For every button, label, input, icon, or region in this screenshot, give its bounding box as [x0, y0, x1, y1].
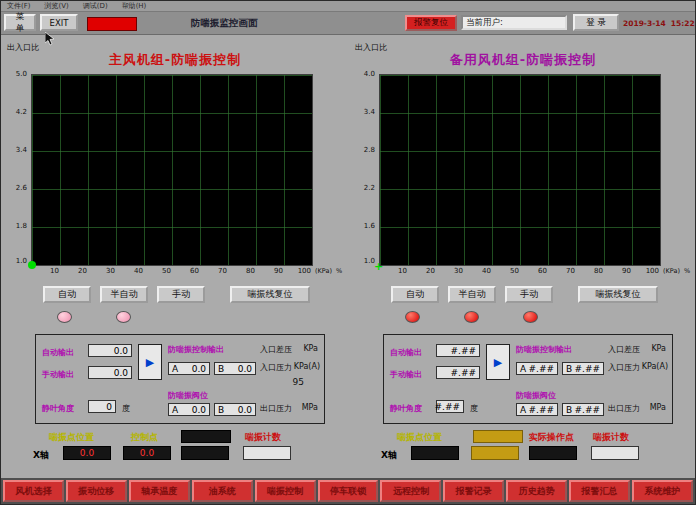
exit-button[interactable]: EXIT: [40, 14, 78, 31]
nav-fan-select[interactable]: 风机选择: [3, 480, 64, 502]
surge-line-reset-button[interactable]: 喘振线复位: [578, 286, 658, 303]
surge-ctrl-output-label: 防喘振控制输出: [168, 344, 224, 355]
vane-angle-value: 0: [88, 400, 116, 413]
manual-output-value: #.##: [436, 366, 480, 379]
output-b-label: B: [566, 364, 572, 374]
auto-button[interactable]: 自动: [43, 286, 91, 303]
x-axis-unit: (KPa): [663, 267, 680, 275]
switch-icon: ▶: [494, 357, 502, 368]
x-tick: 40: [463, 267, 491, 275]
auto-output-label: 自动输出: [42, 347, 74, 358]
nav-stop-interlock[interactable]: 停车联锁: [318, 480, 379, 502]
x-axis-label: X轴: [381, 449, 397, 462]
surge-point-value: [411, 446, 459, 460]
output-b-value: #.##: [575, 364, 600, 374]
inlet-pressure-unit: KPa(A): [294, 362, 320, 371]
vane-angle-unit: 度: [122, 403, 130, 414]
auto-led: [405, 311, 420, 323]
control-point-label: 控制点: [131, 431, 158, 444]
y-tick: 1.6: [355, 222, 375, 230]
output-a-box: A #.##: [516, 362, 558, 375]
mode-button-row: 自动 半自动 手动 喘振线复位: [391, 286, 658, 303]
surge-ctrl-output-label: 防喘振控制输出: [516, 344, 572, 355]
surge-count-value: [591, 446, 639, 460]
alarm-reset-button[interactable]: 报警复位: [405, 15, 457, 31]
login-button[interactable]: 登 录: [573, 14, 619, 31]
surge-point-label: 喘振点位置: [397, 431, 442, 444]
x-tick: 10: [379, 267, 407, 275]
nav-bearing-temp[interactable]: 轴承温度: [129, 480, 190, 502]
manual-output-label: 手动输出: [390, 369, 422, 380]
nav-system-maintain[interactable]: 系统维护: [632, 480, 693, 502]
vane-angle-unit: 度: [470, 403, 478, 414]
semi-auto-button[interactable]: 半自动: [448, 286, 496, 303]
bottom-nav: 风机选择 振动位移 轴承温度 油系统 喘振控制 停车联锁 远程控制 报警记录 历…: [1, 478, 695, 504]
x-tick: 30: [435, 267, 463, 275]
inlet-diff-unit: KPa: [651, 344, 666, 353]
menu-button[interactable]: 菜 单: [4, 14, 36, 31]
y-tick: 3.4: [355, 108, 375, 116]
x-tick: 20: [59, 267, 87, 275]
x-axis-ticks: 10 20 30 40 50 60 70 80 90 100 (KPa) %: [31, 267, 342, 275]
y-tick: 2.6: [7, 184, 27, 192]
vane-angle-label: 静叶角度: [390, 403, 422, 414]
outlet-pressure-label: 出口压力: [608, 403, 640, 414]
nav-vibration[interactable]: 振动位移: [66, 480, 127, 502]
manual-led: [523, 311, 538, 323]
valve-b-value: #.##: [575, 405, 600, 415]
menu-view[interactable]: 浏览(V): [45, 1, 69, 11]
valve-b-label: B: [218, 405, 224, 415]
output-a-box: A 0.0: [168, 362, 210, 375]
panel-backup-fan: 出入口比 备用风机组-防喘振控制 4.0 3.4 2.8 2.2 1.6 1.0…: [353, 34, 693, 479]
x-axis-label: X轴: [33, 449, 49, 462]
actual-operating-point-label: 实际操作点: [529, 431, 574, 444]
display-value: [471, 446, 519, 460]
output-a-value: 0.0: [192, 364, 206, 374]
nav-alarm-summary[interactable]: 报警汇总: [569, 480, 630, 502]
surge-line-reset-button[interactable]: 喘振线复位: [230, 286, 310, 303]
menu-debug[interactable]: 调试(D): [83, 1, 108, 11]
panel-main-fan: 出入口比 主风机组-防喘振控制 5.0 4.2 3.4 2.6 1.8 1.0 …: [5, 34, 345, 479]
mode-button-row: 自动 半自动 手动 喘振线复位: [43, 286, 310, 303]
valve-a-box: A 0.0: [168, 403, 210, 416]
inlet-diff-label: 入口差压: [260, 344, 292, 355]
y-tick: 5.0: [7, 70, 27, 78]
control-point-value: 0.0: [123, 446, 171, 460]
y-tick: 1.8: [7, 222, 27, 230]
valve-a-label: A: [520, 405, 526, 415]
current-user-field[interactable]: 当前用户:: [461, 15, 567, 30]
display-value: [181, 446, 229, 460]
inlet-diff-unit: KPa: [303, 344, 318, 353]
x-tick: 70: [199, 267, 227, 275]
y-tick: 4.0: [355, 70, 375, 78]
nav-history-trend[interactable]: 历史趋势: [506, 480, 567, 502]
valve-b-box: B 0.0: [214, 403, 256, 416]
window-menubar: 文件(F) 浏览(V) 调试(D) 帮助(H): [1, 1, 695, 12]
x-tick: 40: [115, 267, 143, 275]
menu-help[interactable]: 帮助(H): [122, 1, 147, 11]
current-user-label: 当前用户:: [466, 17, 503, 29]
surge-point-value: 0.0: [63, 446, 111, 460]
valve-b-box: B #.##: [562, 403, 604, 416]
trend-chart: [31, 74, 313, 266]
menu-file[interactable]: 文件(F): [7, 1, 31, 11]
manual-button[interactable]: 手动: [157, 286, 205, 303]
actual-operating-point-value: [529, 446, 577, 460]
nav-remote-control[interactable]: 远程控制: [380, 480, 441, 502]
x-tick: 20: [407, 267, 435, 275]
auto-button[interactable]: 自动: [391, 286, 439, 303]
semi-auto-button[interactable]: 半自动: [100, 286, 148, 303]
auto-output-label: 自动输出: [390, 347, 422, 358]
nav-oil-system[interactable]: 油系统: [192, 480, 253, 502]
manual-button[interactable]: 手动: [505, 286, 553, 303]
trend-chart: +: [379, 74, 661, 266]
datetime: 2019-3-1415:22:07: [623, 19, 696, 28]
x-tick: 100: [631, 267, 659, 275]
display-box: [181, 430, 231, 443]
nav-surge-control[interactable]: 喘振控制: [255, 480, 316, 502]
valve-a-value: #.##: [529, 405, 554, 415]
valve-a-value: 0.0: [192, 405, 206, 415]
panel-title: 备用风机组-防喘振控制: [353, 51, 693, 69]
surge-count-label: 喘振计数: [245, 431, 281, 444]
nav-alarm-record[interactable]: 报警记录: [443, 480, 504, 502]
